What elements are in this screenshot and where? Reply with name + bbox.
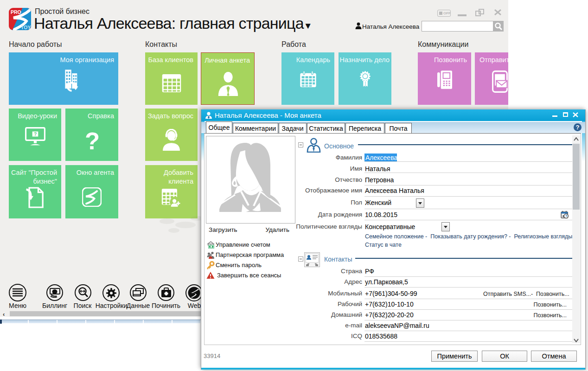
svg-text:?: ?	[34, 132, 37, 137]
svg-text:PRO: PRO	[11, 9, 21, 15]
svg-text:TOY: TOY	[21, 25, 31, 30]
svg-text:?: ?	[85, 128, 100, 154]
